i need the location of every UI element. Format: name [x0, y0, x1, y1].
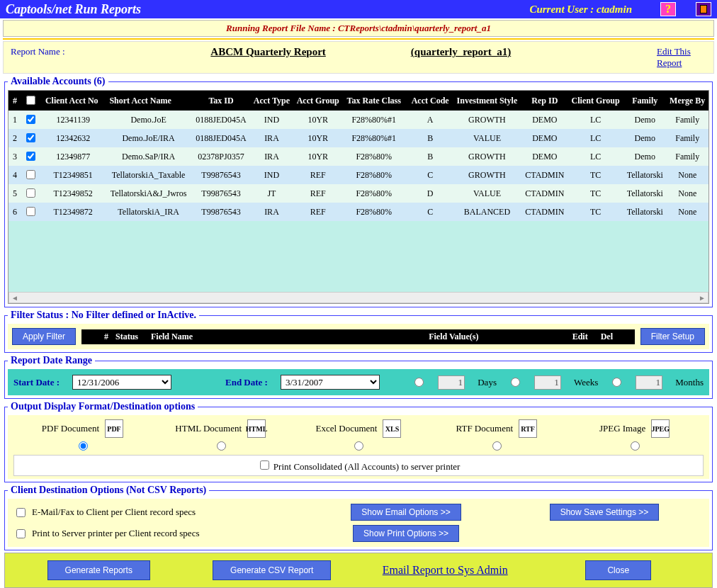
exit-icon[interactable] — [696, 2, 711, 16]
scroll-left-icon[interactable]: ◄ — [9, 293, 21, 303]
show-email-options-button[interactable]: Show Email Options >> — [351, 504, 461, 521]
output-option-radio[interactable] — [354, 441, 363, 451]
cell: T99876543 — [192, 184, 250, 203]
cell: GROWTH — [452, 166, 521, 184]
cell: Family — [666, 147, 708, 166]
table-row[interactable]: 112341139Demo.JoE0188JED045AIND10YRF28%8… — [9, 111, 708, 129]
cell: F28%80% — [343, 203, 405, 221]
cell: Tellatorski — [623, 203, 666, 221]
start-date-select[interactable]: 12/31/2006 — [72, 375, 171, 390]
table-row[interactable]: 312349877Demo.SaP/IRA02378PJ0357IRA10YRF… — [9, 147, 708, 166]
cell: REF — [293, 184, 343, 203]
cell: F28%80%#1 — [343, 111, 405, 129]
scroll-right-icon[interactable]: ► — [696, 293, 708, 303]
cell: VALUE — [452, 129, 521, 147]
cell: Tellatorski — [623, 166, 666, 184]
cell: F28%80% — [343, 184, 405, 203]
accounts-header-cell: # — [9, 91, 19, 111]
client-destination-legend: Client Destination Options (Not CSV Repo… — [8, 485, 209, 496]
table-row[interactable]: 5T12349852TellatorskiA&J_JwrosT99876543J… — [9, 184, 708, 203]
months-input[interactable] — [636, 375, 662, 390]
cell: None — [666, 166, 708, 184]
cell: 10YR — [293, 129, 343, 147]
days-radio[interactable] — [414, 378, 424, 387]
email-sysadmin-link[interactable]: Email Report to Sys Admin — [383, 564, 508, 576]
print-server-checkbox[interactable] — [16, 529, 26, 538]
row-number: 3 — [9, 147, 19, 166]
filter-columns-bar: # Status Field Name Field Value(s) Edit … — [81, 329, 635, 344]
weeks-input[interactable] — [534, 375, 561, 390]
help-icon[interactable]: ? — [660, 2, 676, 16]
table-row[interactable]: 6T12349872TellatorskiA_IRAT99876543IRARE… — [9, 203, 708, 221]
cell: CTADMIN — [522, 166, 568, 184]
output-option-radio[interactable] — [79, 441, 88, 451]
row-number: 5 — [9, 184, 19, 203]
row-select-checkbox[interactable] — [26, 207, 35, 216]
output-option-label: JPEG Image — [599, 423, 645, 434]
row-number: 4 — [9, 166, 19, 184]
accounts-table: #Client Acct NoShort Acct NameTax IDAcct… — [9, 91, 708, 221]
row-select-checkbox[interactable] — [26, 115, 35, 124]
filter-status-legend: Filter Status : No Filter defined or InA… — [8, 310, 199, 321]
print-consolidated-checkbox[interactable] — [260, 460, 269, 470]
cell: B — [408, 147, 452, 166]
output-option-radio[interactable] — [631, 441, 640, 451]
cell: IND — [250, 166, 293, 184]
cell: LC — [568, 111, 623, 129]
accounts-header-cell — [19, 91, 41, 111]
output-option-label: RTF Document — [456, 423, 513, 434]
output-option-radio[interactable] — [217, 441, 226, 451]
cell: None — [666, 203, 708, 221]
report-header: Report Name : ABCM Quarterly Report (qua… — [3, 41, 714, 74]
show-save-settings-button[interactable]: Show Save Settings >> — [550, 504, 660, 521]
weeks-radio[interactable] — [511, 378, 520, 387]
accounts-header-cell: Client Group — [568, 91, 623, 111]
table-row[interactable]: 212342632Demo.JoE/IRA0188JED045AIRA10YRF… — [9, 129, 708, 147]
report-name-value: ABCM Quarterly Report — [210, 46, 325, 58]
client-destination-section: Client Destination Options (Not CSV Repo… — [4, 485, 713, 550]
output-format-section: Output Display Format/Destination option… — [4, 401, 713, 482]
cell: LC — [568, 147, 623, 166]
app-title: Captools/net Run Reports — [6, 2, 141, 17]
row-number: 6 — [9, 203, 19, 221]
row-select-checkbox[interactable] — [26, 133, 35, 142]
cell: C — [408, 166, 452, 184]
months-label: Months — [675, 377, 704, 388]
select-all-checkbox[interactable] — [26, 96, 35, 105]
apply-filter-button[interactable]: Apply Filter — [12, 328, 76, 345]
close-button[interactable]: Close — [585, 560, 651, 580]
generate-csv-button[interactable]: Generate CSV Report — [213, 560, 331, 580]
cell: 0188JED045A — [192, 111, 250, 129]
filter-setup-button[interactable]: Filter Setup — [640, 328, 705, 345]
cell: T99876543 — [192, 203, 250, 221]
cell: C — [408, 203, 452, 221]
cell: F28%80% — [343, 166, 405, 184]
row-select-checkbox[interactable] — [26, 170, 35, 179]
accounts-header-cell: Acct Code — [408, 91, 452, 111]
show-print-options-button[interactable]: Show Print Options >> — [353, 525, 459, 542]
days-input[interactable] — [438, 375, 465, 390]
row-select-checkbox[interactable] — [26, 188, 35, 198]
generate-reports-button[interactable]: Generate Reports — [47, 560, 150, 580]
months-radio[interactable] — [612, 378, 621, 387]
output-option-label: PDF Document — [42, 423, 99, 434]
edit-report-link[interactable]: Edit This Report — [657, 46, 706, 69]
cell: CTADMIN — [522, 184, 568, 203]
cell: IRA — [250, 147, 293, 166]
table-row[interactable]: 4T12349851TellatorskiA_TaxableT99876543I… — [9, 166, 708, 184]
accounts-header-cell: Family — [623, 91, 666, 111]
horizontal-scrollbar[interactable]: ◄ ► — [9, 292, 708, 303]
output-option: PDF DocumentPDF — [13, 419, 152, 451]
row-select-checkbox[interactable] — [26, 152, 35, 161]
date-range-legend: Report Date Range — [8, 355, 95, 366]
output-option-radio[interactable] — [492, 441, 502, 451]
end-date-select[interactable]: 3/31/2007 — [281, 375, 380, 390]
action-bar: Generate Reports Generate CSV Report Ema… — [4, 553, 713, 588]
cell: DEMO — [522, 129, 568, 147]
running-file-bar: Running Report File Name : CTReports\cta… — [3, 20, 714, 37]
cell: None — [666, 184, 708, 203]
cell: T12349851 — [41, 166, 105, 184]
cell: T99876543 — [192, 166, 250, 184]
email-client-checkbox[interactable] — [16, 508, 26, 517]
cell: B — [408, 129, 452, 147]
